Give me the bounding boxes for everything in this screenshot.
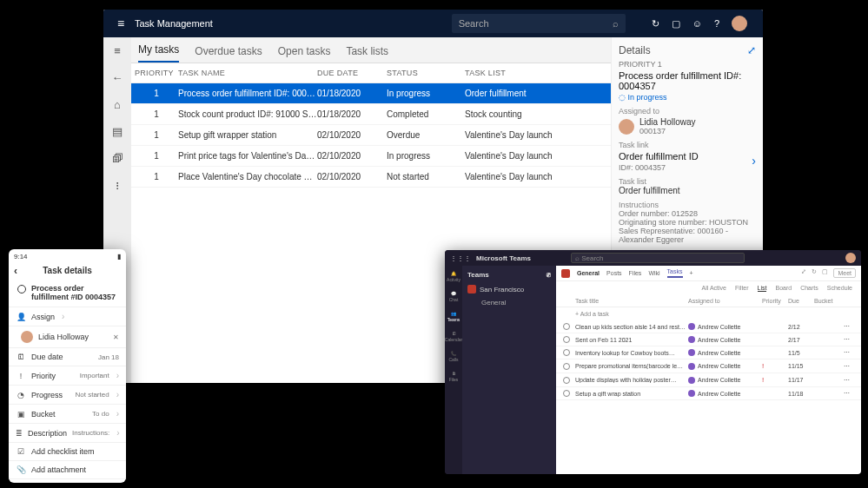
teams-search[interactable]: ⌕ Search <box>571 253 745 263</box>
table-header: PRIORITY TASK NAME DUE DATE STATUS TASK … <box>131 63 611 83</box>
cell-status: Completed <box>387 109 465 119</box>
col-task-list: TASK LIST <box>465 69 569 77</box>
assignee-row[interactable]: Lidia Holloway ✕ <box>9 326 126 347</box>
user-avatar[interactable] <box>732 16 747 31</box>
rail-calendar[interactable]: 🗓Calendar <box>445 331 462 342</box>
col-bucket: Bucket <box>814 298 844 304</box>
progress-row[interactable]: ◔ Progress Not started› <box>9 385 126 404</box>
complete-toggle[interactable] <box>563 323 570 330</box>
tab-task-lists[interactable]: Task lists <box>346 45 388 63</box>
add-tab-icon[interactable]: + <box>690 270 693 276</box>
assign-row[interactable]: 👤 Assign › <box>9 307 126 326</box>
titlebar: ≡ Task Management Search ⌕ ↻ ▢ ☺ ? <box>103 10 763 37</box>
user-avatar[interactable] <box>845 253 856 263</box>
task-list-value: Order fulfillment <box>619 186 756 195</box>
table-row[interactable]: 1 Place Valentine's Day chocolate order … <box>131 167 611 188</box>
priority-row[interactable]: ! Priority Important› <box>9 366 126 385</box>
cell-due: 11/17 <box>788 377 814 383</box>
task-complete-toggle[interactable] <box>17 285 26 293</box>
task-row[interactable]: Update displays with holiday poster… And… <box>556 373 861 387</box>
cell-title: Clean up kids section aisle 14 and rest… <box>575 324 688 330</box>
view-list[interactable]: List <box>758 285 767 292</box>
cell-due: 2/17 <box>788 337 814 343</box>
row-menu-icon[interactable]: ⋯ <box>844 323 854 330</box>
refresh-icon[interactable]: ↻ <box>652 18 659 30</box>
channel-title: General <box>577 270 600 276</box>
due-value: Jan 18 <box>98 353 119 361</box>
rail-calls[interactable]: 📞Calls <box>448 351 458 362</box>
chevron-right-icon[interactable]: › <box>752 154 756 168</box>
row-menu-icon[interactable]: ⋯ <box>844 390 854 397</box>
view-schedule[interactable]: Schedule <box>827 285 852 292</box>
cell-priority: ! <box>762 362 788 370</box>
back-icon[interactable]: ← <box>112 71 123 84</box>
help-icon[interactable]: ? <box>714 18 719 29</box>
table-row[interactable]: 1 Process order fulfillment ID#: 0004357… <box>131 83 611 104</box>
filter-filter[interactable]: Filter <box>735 285 749 292</box>
expand-icon[interactable]: ⤢ <box>801 268 806 278</box>
tab-open[interactable]: Open tasks <box>278 45 331 63</box>
view-charts[interactable]: Charts <box>800 285 818 292</box>
tab-overdue[interactable]: Overdue tasks <box>195 45 262 63</box>
filter-all-active[interactable]: All Active <box>702 285 726 292</box>
table-row[interactable]: 1 Setup gift wrapper station 02/10/2020 … <box>131 125 611 146</box>
channel-item[interactable]: General <box>466 296 553 309</box>
row-menu-icon[interactable]: ⋯ <box>844 336 854 343</box>
tab-my-tasks[interactable]: My tasks <box>138 43 179 63</box>
complete-toggle[interactable] <box>563 349 570 356</box>
complete-toggle[interactable] <box>563 363 570 370</box>
back-icon[interactable]: ‹ <box>14 265 17 277</box>
add-task-row[interactable]: + Add a task <box>556 307 861 320</box>
rail-activity[interactable]: 🔔Activity <box>447 271 461 282</box>
reload-icon[interactable]: ↻ <box>812 268 817 278</box>
task-row[interactable]: Setup a gift wrap station Andrew Collett… <box>556 387 861 400</box>
popout-icon[interactable]: ▢ <box>822 268 828 278</box>
attachment-row[interactable]: 📎 Add attachment <box>9 460 126 478</box>
hamburger-icon[interactable]: ≡ <box>110 16 131 30</box>
team-icon <box>467 285 476 293</box>
tab-posts[interactable]: Posts <box>606 270 622 276</box>
tab-files[interactable]: Files <box>629 270 642 276</box>
more-icon[interactable]: ⫶ <box>115 179 121 192</box>
expand-icon[interactable]: ⤢ <box>747 44 756 56</box>
complete-toggle[interactable] <box>563 336 570 343</box>
task-row[interactable]: Sent on Feb 11 2021 Andrew Collette 2/17… <box>556 333 861 346</box>
remove-icon[interactable]: ✕ <box>113 333 119 341</box>
grid-icon[interactable]: ⋮⋮⋮ <box>450 254 471 262</box>
search-input[interactable]: Search ⌕ <box>452 14 626 33</box>
table-row[interactable]: 1 Stock count product ID#: 91000 Silver … <box>131 104 611 125</box>
present-icon[interactable]: ▢ <box>672 18 680 30</box>
complete-toggle[interactable] <box>563 390 570 397</box>
col-due-date: DUE DATE <box>317 69 387 77</box>
task-row[interactable]: Inventory lookup for Cowboy boots… Andre… <box>556 346 861 359</box>
complete-toggle[interactable] <box>563 377 570 384</box>
row-menu-icon[interactable]: ⋯ <box>844 349 854 356</box>
tab-wiki[interactable]: Wiki <box>648 270 659 276</box>
filter-icon[interactable]: ⎚ <box>547 271 551 279</box>
comments-row[interactable]: 💬 Comments 1› <box>9 478 126 483</box>
tab-tasks[interactable]: Tasks <box>667 268 683 278</box>
link-id: ID#: 0004357 <box>619 163 699 172</box>
row-menu-icon[interactable]: ⋯ <box>844 363 854 370</box>
search-icon: ⌕ <box>613 18 619 29</box>
team-item[interactable]: San Francisco <box>466 282 553 296</box>
col-task-name: TASK NAME <box>178 69 317 77</box>
home-icon[interactable]: ⌂ <box>114 98 121 111</box>
table-row[interactable]: 1 Print price tags for Valentine's Day p… <box>131 146 611 167</box>
meet-button[interactable]: Meet <box>833 268 856 278</box>
tasks-icon[interactable]: ▤ <box>112 125 123 138</box>
due-row[interactable]: 🗓 Due date Jan 18 <box>9 347 126 366</box>
rail-chat[interactable]: 💬Chat <box>449 291 459 302</box>
task-row[interactable]: Clean up kids section aisle 14 and rest…… <box>556 320 861 333</box>
clipboard-icon[interactable]: 🗊 <box>112 152 123 165</box>
bucket-row[interactable]: ▣ Bucket To do› <box>9 404 126 423</box>
view-board[interactable]: Board <box>775 285 792 292</box>
row-menu-icon[interactable]: ⋯ <box>844 377 854 384</box>
menu-icon[interactable]: ≡ <box>114 44 121 57</box>
rail-teams[interactable]: 👥Teams <box>447 311 461 322</box>
settings-icon[interactable]: ☺ <box>692 18 702 29</box>
task-row[interactable]: Prepare promotional items(barcode le… An… <box>556 359 861 373</box>
rail-files[interactable]: 🗎Files <box>449 371 459 382</box>
description-row[interactable]: ≣ Description Instructions:› <box>9 423 126 442</box>
checklist-row[interactable]: ☑ Add checklist item <box>9 442 126 460</box>
